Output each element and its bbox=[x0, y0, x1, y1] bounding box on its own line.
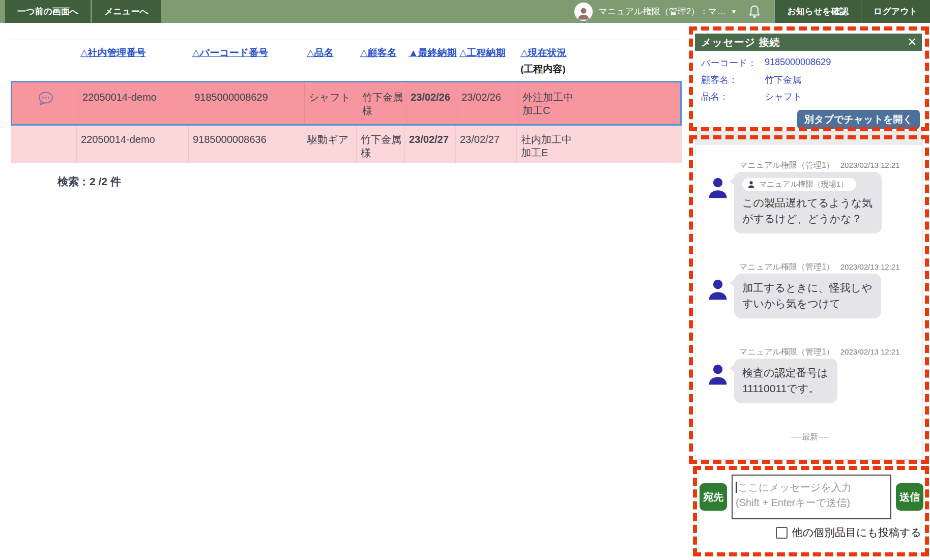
speech-bubble-icon bbox=[37, 91, 55, 107]
mention-person-icon bbox=[747, 181, 755, 189]
chat-message-list[interactable]: マニュアル権限（管理1） 2023/02/13 12:21 bbox=[695, 131, 923, 460]
cell-customer-name: 竹下金属様 bbox=[361, 133, 401, 159]
cell-current-status: 社内加工中 加工E bbox=[516, 126, 682, 163]
send-button[interactable]: 送信 bbox=[896, 483, 923, 511]
message-bubble: マニュアル権限（現場1） この製品遅れてるような気 がするけど、どうかな？ bbox=[734, 172, 882, 233]
search-result-count: 検索：2 /2 件 bbox=[57, 174, 682, 189]
screen: 一つ前の画面へ メニューへ マニュアル権限（管理2）：マ… ▼ お知らせを確認 … bbox=[0, 0, 930, 560]
open-chat-new-tab-button[interactable]: 別タブでチャットを開く bbox=[797, 110, 920, 129]
message-timestamp: 2023/02/13 12:21 bbox=[840, 161, 900, 169]
table-row[interactable]: 22050014-demo 9185000008636 駆動ギア 竹下金属様 2… bbox=[11, 126, 682, 163]
info-row-barcode: バーコード： 9185000008629 bbox=[701, 57, 916, 69]
topbar-nav: 一つ前の画面へ メニューへ bbox=[0, 0, 162, 23]
caret-down-icon[interactable]: ▼ bbox=[731, 8, 737, 15]
column-barcode-no[interactable]: △バーコード番号 bbox=[192, 47, 268, 58]
message-input[interactable]: ここにメッセージを入力 (Shift + Enterキーで送信) bbox=[732, 475, 891, 519]
user-menu-label[interactable]: マニュアル権限（管理2）：マ… bbox=[599, 6, 726, 17]
message-timestamp: 2023/02/13 12:21 bbox=[840, 347, 900, 356]
chat-avatar-icon bbox=[707, 176, 729, 200]
mention-tag: マニュアル権限（現場1） bbox=[742, 178, 856, 191]
chat-message: マニュアル権限（管理1） 2023/02/13 12:21 加工するときに、怪我… bbox=[707, 262, 913, 318]
message-author: マニュアル権限（管理1） bbox=[739, 262, 834, 273]
checkbox-label: 他の個別品目にも投稿する bbox=[792, 525, 921, 540]
results-table: △社内管理番号 △バーコード番号 △品名 △顧客名 ▲最終納期 △工程納期 △現… bbox=[11, 40, 682, 189]
column-product-name[interactable]: △品名 bbox=[307, 47, 334, 58]
back-button[interactable]: 一つ前の画面へ bbox=[5, 0, 91, 23]
row-chat-indicator[interactable] bbox=[12, 82, 78, 124]
user-avatar-icon[interactable] bbox=[574, 3, 593, 21]
table-header-row: △社内管理番号 △バーコード番号 △品名 △顧客名 ▲最終納期 △工程納期 △現… bbox=[11, 40, 682, 81]
chat-top-strip bbox=[695, 132, 922, 145]
message-timestamp: 2023/02/13 12:21 bbox=[840, 262, 900, 271]
message-author: マニュアル権限（管理1） bbox=[739, 347, 834, 358]
column-final-due[interactable]: ▲最終納期 bbox=[409, 47, 457, 58]
cell-product-name: 駆動ギア bbox=[303, 126, 356, 163]
column-icon-spacer bbox=[11, 45, 76, 81]
text-caret bbox=[736, 482, 737, 493]
table-row-selected[interactable]: 22050014-demo 9185000008629 シャフト 竹下金属様 2… bbox=[11, 81, 682, 126]
cell-final-due: 23/02/26 bbox=[406, 82, 457, 124]
message-compose-panel: 宛先 ここにメッセージを入力 (Shift + Enterキーで送信) 送信 他… bbox=[698, 469, 926, 553]
chat-message: マニュアル権限（管理1） 2023/02/13 12:21 検査の認定番号は 1… bbox=[707, 347, 913, 403]
close-icon[interactable]: ✕ bbox=[908, 37, 917, 48]
notice-button[interactable]: お知らせを確認 bbox=[774, 0, 861, 23]
cell-product-name: シャフト bbox=[304, 82, 358, 124]
recipient-button[interactable]: 宛先 bbox=[700, 483, 727, 511]
chat-avatar-icon bbox=[707, 278, 729, 302]
message-author: マニュアル権限（管理1） bbox=[739, 160, 834, 171]
cell-process-due: 23/02/26 bbox=[457, 82, 518, 124]
column-management-no[interactable]: △社内管理番号 bbox=[80, 47, 146, 58]
checkbox-icon[interactable] bbox=[776, 527, 788, 539]
message-info-rows: バーコード： 9185000008629 顧客名： 竹下金属 品名： シャフト bbox=[695, 51, 922, 103]
cell-barcode-no: 9185000008636 bbox=[188, 126, 303, 163]
logout-button[interactable]: ログアウト bbox=[861, 0, 930, 23]
topbar-user-area: マニュアル権限（管理2）：マ… ▼ お知らせを確認 ログアウト bbox=[574, 0, 930, 23]
latest-marker: ----最新---- bbox=[707, 432, 913, 443]
chat-scroll-area: マニュアル権限（管理1） 2023/02/13 12:21 bbox=[695, 145, 922, 443]
chat-avatar-icon bbox=[707, 363, 729, 387]
message-panel-title: メッセージ 接続 bbox=[701, 36, 780, 49]
topbar: 一つ前の画面へ メニューへ マニュアル権限（管理2）：マ… ▼ お知らせを確認 … bbox=[0, 0, 930, 23]
cell-management-no: 22050014-demo bbox=[76, 126, 188, 163]
cell-management-no: 22050014-demo bbox=[78, 82, 190, 124]
cell-process-due: 23/02/27 bbox=[455, 126, 516, 163]
post-to-other-items-option[interactable]: 他の個別品目にも投稿する bbox=[700, 525, 923, 540]
bell-icon[interactable] bbox=[748, 5, 761, 19]
message-bubble: 検査の認定番号は 11110011です。 bbox=[734, 359, 837, 403]
cell-final-due: 23/02/27 bbox=[404, 126, 455, 163]
message-info-panel: メッセージ 接続 ✕ バーコード： 9185000008629 顧客名： 竹下金… bbox=[695, 34, 922, 129]
cell-customer-name: 竹下金属様 bbox=[362, 91, 403, 117]
row-chat-indicator-empty bbox=[11, 126, 76, 163]
info-row-customer: 顧客名： 竹下金属 bbox=[701, 74, 916, 86]
column-current-status-sub: (工程内容) bbox=[520, 63, 682, 76]
cell-barcode-no: 9185000008629 bbox=[190, 82, 304, 124]
person-icon bbox=[576, 6, 591, 21]
info-row-product: 品名： シャフト bbox=[701, 91, 916, 103]
message-bubble: 加工するときに、怪我しや すいから気をつけて bbox=[734, 274, 881, 318]
message-panel-header: メッセージ 接続 ✕ bbox=[695, 34, 922, 51]
column-current-status[interactable]: △現在状況 bbox=[520, 47, 567, 58]
column-process-due[interactable]: △工程納期 bbox=[459, 47, 506, 58]
menu-button[interactable]: メニューへ bbox=[92, 0, 161, 23]
chat-message: マニュアル権限（管理1） 2023/02/13 12:21 bbox=[707, 160, 913, 233]
column-customer-name[interactable]: △顧客名 bbox=[360, 47, 397, 58]
cell-current-status: 外注加工中 加工C bbox=[518, 82, 683, 124]
